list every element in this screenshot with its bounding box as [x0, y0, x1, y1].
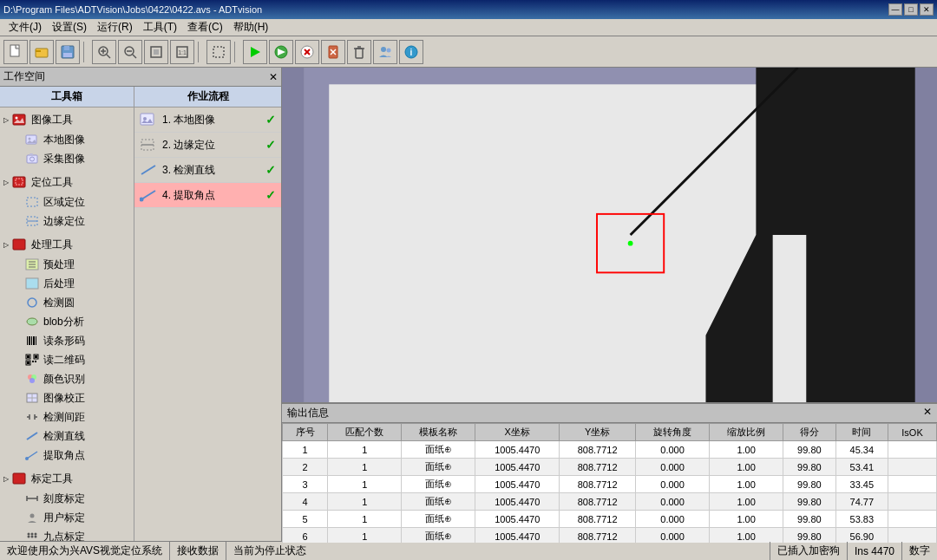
col-header-score: 得分: [783, 424, 835, 441]
table-cell: 0.000: [636, 441, 710, 459]
svg-rect-2: [36, 50, 41, 52]
svg-rect-4: [64, 46, 69, 50]
edge-locate-icon: [24, 213, 40, 229]
tool-group-image-header[interactable]: ▷ 图像工具: [0, 109, 134, 130]
table-cell: 1.00: [710, 476, 783, 493]
minimize-button[interactable]: —: [888, 3, 902, 16]
tool-group-process-header[interactable]: ▷ 处理工具: [0, 234, 134, 255]
menu-tools[interactable]: 工具(T): [138, 18, 182, 36]
tool-extract-corner[interactable]: 提取角点: [0, 446, 134, 465]
detect-gap-label: 检测间距: [43, 410, 85, 425]
svg-point-35: [16, 117, 18, 120]
tool-blob[interactable]: blob分析: [0, 312, 134, 331]
edge-locate-label: 边缘定位: [43, 214, 85, 229]
barcode-label: 读条形码: [43, 334, 85, 348]
svg-point-104: [628, 241, 633, 246]
workflow-item-3[interactable]: 3. 检测直线 ✓: [134, 158, 281, 183]
table-cell: 53.83: [835, 511, 888, 528]
detect-gap-icon: [24, 409, 40, 425]
new-button[interactable]: [3, 40, 28, 64]
user-calib-icon: [24, 510, 40, 525]
table-cell: 1: [328, 459, 402, 476]
zoom-out-button[interactable]: [118, 40, 142, 64]
image-area[interactable]: [282, 68, 937, 402]
info-button[interactable]: i: [399, 40, 423, 64]
workflow-item-1[interactable]: 1. 本地图像 ✓: [134, 107, 281, 133]
status-ins: Ins 4470: [848, 542, 902, 560]
local-image-label: 本地图像: [43, 133, 85, 147]
table-cell: 1.00: [710, 441, 783, 459]
tool-capture-image[interactable]: 采集图像: [0, 149, 134, 168]
tool-detect-circle[interactable]: 检测圆: [0, 293, 134, 312]
tool-postprocess[interactable]: 后处理: [0, 274, 134, 293]
tool-region-locate[interactable]: 区域定位: [0, 192, 134, 212]
color-label: 颜色识别: [43, 372, 85, 387]
table-cell: 0.000: [636, 476, 710, 493]
table-cell: 面纸⊕: [402, 441, 475, 459]
table-cell: 808.7712: [560, 511, 636, 528]
menu-settings[interactable]: 设置(S): [47, 18, 92, 36]
tool-detect-gap[interactable]: 检测间距: [0, 407, 134, 427]
tool-group-image: ▷ 图像工具 本地图像: [0, 107, 134, 170]
output-close[interactable]: ✕: [923, 406, 932, 420]
svg-line-11: [133, 55, 136, 58]
workspace-close[interactable]: ✕: [269, 71, 278, 83]
tool-qrcode[interactable]: 读二维码: [0, 350, 134, 369]
open-button[interactable]: [29, 40, 54, 64]
expand-icon-image: ▷: [3, 116, 9, 124]
tool-local-image[interactable]: 本地图像: [0, 130, 134, 149]
tool-9point-calib[interactable]: 九点标定: [0, 527, 134, 541]
tool-detect-line[interactable]: 检测直线: [0, 427, 134, 446]
trash-button[interactable]: [347, 40, 371, 64]
run-button[interactable]: [243, 40, 267, 64]
tool-scale-calib[interactable]: 刻度标定: [0, 489, 134, 508]
table-cell: 45.34: [835, 441, 888, 459]
output-table-container[interactable]: 序号 匹配个数 模板名称 X坐标 Y坐标 旋转角度 缩放比例 得分 时间 IsO…: [282, 423, 937, 543]
tool-edge-locate[interactable]: 边缘定位: [0, 212, 134, 231]
menu-view[interactable]: 查看(C): [182, 18, 228, 36]
tool-preprocess[interactable]: 预处理: [0, 255, 134, 274]
stop-button[interactable]: [295, 40, 319, 64]
tool-image-correct[interactable]: 图像校正: [0, 388, 134, 407]
zoom-in-button[interactable]: [92, 40, 116, 64]
table-cell: 1.00: [710, 528, 783, 544]
menu-help[interactable]: 帮助(H): [228, 18, 274, 36]
workflow-check-4: ✓: [265, 188, 276, 202]
menu-file[interactable]: 文件(J): [3, 18, 47, 36]
table-cell: 99.80: [783, 441, 835, 459]
tool-barcode[interactable]: 读条形码: [0, 331, 134, 350]
table-cell: 1005.4470: [475, 459, 560, 476]
zoom-fit-button[interactable]: [144, 40, 168, 64]
col-header-isok: IsOK: [888, 424, 937, 441]
workflow-icon-3: [140, 161, 157, 179]
menu-run[interactable]: 运行(R): [92, 18, 138, 36]
select-rect-button[interactable]: [206, 40, 231, 64]
svg-point-53: [27, 318, 37, 325]
save-button[interactable]: [56, 40, 80, 64]
users-button[interactable]: [373, 40, 397, 64]
table-cell: 99.80: [783, 476, 835, 493]
svg-rect-1: [36, 49, 48, 57]
status-encrypt: 已插入加密狗: [770, 542, 848, 560]
svg-rect-54: [27, 336, 28, 345]
svg-rect-80: [13, 473, 25, 484]
tool-group-calibrate-header[interactable]: ▷ 标定工具: [0, 468, 134, 489]
tool-group-locate-header[interactable]: ▷ 定位工具: [0, 172, 134, 192]
svg-marker-101: [773, 235, 807, 402]
run-all-button[interactable]: [269, 40, 293, 64]
right-panel: 输出信息 ✕ 序号 匹配个数 模板名称 X坐标 Y坐标 旋转角度 缩放比例: [282, 68, 937, 541]
region-locate-label: 区域定位: [43, 195, 85, 210]
tool-user-calib[interactable]: 用户标定: [0, 508, 134, 527]
table-cell: 面纸⊕: [402, 511, 475, 528]
close-button[interactable]: ✕: [920, 3, 934, 16]
zoom-actual-button[interactable]: 1:1: [170, 40, 194, 64]
col-header-y: Y坐标: [560, 424, 636, 441]
delete-button[interactable]: [321, 40, 345, 64]
table-row: 31面纸⊕1005.4470808.77120.0001.0099.8033.4…: [283, 476, 937, 493]
tool-group-locate-label: 定位工具: [31, 175, 73, 190]
preprocess-label: 预处理: [43, 257, 75, 272]
tool-color[interactable]: 颜色识别: [0, 369, 134, 388]
workflow-item-2[interactable]: 2. 边缘定位 ✓: [134, 133, 281, 158]
workflow-item-4[interactable]: 4. 提取角点 ✓: [134, 183, 281, 208]
maximize-button[interactable]: □: [904, 3, 918, 16]
